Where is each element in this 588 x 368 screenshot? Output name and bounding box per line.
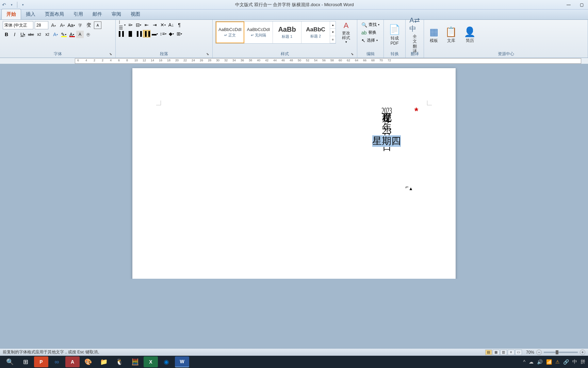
- fullscreen-reading-view[interactable]: ▦: [493, 350, 500, 355]
- find-button[interactable]: 🔍查找▾: [360, 21, 381, 28]
- task-view-button[interactable]: ⊞: [18, 356, 33, 367]
- tab-insert[interactable]: 插入: [21, 9, 40, 19]
- draft-view[interactable]: ▭: [515, 350, 522, 355]
- minimize-button[interactable]: —: [564, 1, 574, 8]
- zoom-in-button[interactable]: +: [580, 350, 585, 355]
- calculator-app[interactable]: 🧮: [128, 356, 142, 367]
- tray-expand[interactable]: ^: [523, 359, 525, 365]
- grow-font-button[interactable]: A▴: [50, 21, 57, 29]
- font-color-button[interactable]: A▾: [68, 31, 76, 38]
- vertical-text-column[interactable]: 现在是2023年3月23日星期四: [372, 106, 401, 147]
- bold-button[interactable]: B: [3, 31, 10, 38]
- change-case-button[interactable]: Aa▾: [67, 21, 75, 29]
- edge-app[interactable]: ◉: [159, 356, 174, 367]
- borders-button[interactable]: ⊞▾: [176, 30, 183, 37]
- styles-group-launcher[interactable]: ⬊: [351, 52, 356, 57]
- select-button[interactable]: ↖选择▾: [360, 37, 381, 44]
- numbering-button[interactable]: ≡▾: [127, 21, 134, 29]
- web-layout-view[interactable]: ▥: [500, 350, 507, 355]
- paragraph-group-launcher[interactable]: ⬊: [206, 52, 211, 57]
- tab-home[interactable]: 开始: [1, 9, 21, 19]
- bullets-button[interactable]: ⁝☰▾: [118, 21, 126, 29]
- baidu-app[interactable]: ∞: [50, 356, 64, 367]
- tab-references[interactable]: 引用: [69, 9, 88, 19]
- network-icon[interactable]: 📶: [546, 359, 552, 365]
- italic-button[interactable]: I: [11, 31, 18, 38]
- powerpoint-app[interactable]: P: [34, 356, 48, 367]
- selected-text[interactable]: 星期四: [372, 135, 401, 147]
- zoom-slider[interactable]: [544, 352, 578, 353]
- phonetic-guide-button[interactable]: 字: [76, 21, 84, 29]
- volume-icon[interactable]: 🔊: [537, 359, 543, 365]
- horizontal-ruler[interactable]: 6422468101214161820222426283032343638404…: [75, 58, 581, 64]
- multilevel-list-button[interactable]: ⊟▾: [135, 21, 142, 29]
- explorer-app[interactable]: 📁: [97, 356, 111, 367]
- replace-button[interactable]: ab替换: [360, 29, 381, 36]
- tab-view[interactable]: 视图: [126, 9, 145, 19]
- undo-dropdown[interactable]: [9, 2, 14, 7]
- styles-scroll-up[interactable]: ▴: [330, 21, 336, 29]
- align-left-button[interactable]: ▌▌: [118, 30, 126, 37]
- maximize-button[interactable]: ▢: [576, 1, 587, 8]
- font-group-launcher[interactable]: ⬊: [109, 52, 114, 57]
- print-layout-view[interactable]: ▤: [485, 350, 492, 355]
- undo-button[interactable]: [1, 2, 7, 7]
- char-shading-button[interactable]: A: [76, 31, 84, 38]
- style-heading1[interactable]: AaBb 标题 1: [273, 21, 301, 43]
- enclose-char-button[interactable]: A: [94, 21, 101, 29]
- enclose-button[interactable]: ㊥: [84, 31, 92, 38]
- qq-app[interactable]: 🐧: [112, 356, 127, 367]
- styles-scroll-down[interactable]: ▾: [330, 29, 336, 36]
- translate-button[interactable]: A⇄中 全文 翻译: [408, 21, 421, 48]
- character-border-button[interactable]: 变: [85, 21, 93, 29]
- access-app[interactable]: A: [65, 356, 80, 367]
- shading-button[interactable]: ◆▾: [167, 30, 175, 37]
- strikethrough-button[interactable]: abc: [27, 31, 35, 38]
- sort-button[interactable]: A↓: [167, 21, 175, 29]
- templates-button[interactable]: ▦ 模板: [427, 21, 441, 48]
- tab-mailings[interactable]: 邮件: [88, 9, 107, 19]
- search-button[interactable]: 🔍: [3, 356, 17, 367]
- show-marks-button[interactable]: ¶: [176, 21, 183, 29]
- word-app[interactable]: W: [175, 356, 189, 367]
- subscript-button[interactable]: x2: [35, 31, 43, 38]
- superscript-button[interactable]: x2: [44, 31, 51, 38]
- font-size-select[interactable]: [35, 21, 48, 29]
- zoom-thumb[interactable]: [556, 350, 558, 354]
- convert-pdf-button[interactable]: 📄 转成PDF: [387, 21, 403, 48]
- text-effects-button[interactable]: A▾: [52, 31, 59, 38]
- outline-view[interactable]: ≡: [508, 350, 514, 355]
- zoom-level[interactable]: 70%: [526, 350, 534, 355]
- justify-button[interactable]: ▐▐: [143, 30, 150, 37]
- styles-expand[interactable]: ≡: [330, 36, 336, 43]
- document-area[interactable]: * 现在是2023年3月23日星期四 ⌐▲ 01:44: [0, 64, 588, 279]
- asian-layout-button[interactable]: ✕▾: [159, 21, 167, 29]
- link-icon[interactable]: 🔗: [563, 359, 569, 365]
- tab-review[interactable]: 审阅: [107, 9, 126, 19]
- zoom-out-button[interactable]: −: [536, 350, 542, 355]
- style-no-spacing[interactable]: AaBbCcDdI ↵ 无间隔: [244, 21, 273, 43]
- page[interactable]: * 现在是2023年3月23日星期四 ⌐▲: [132, 68, 456, 279]
- highlight-button[interactable]: ✎▾: [60, 31, 67, 38]
- excel-app[interactable]: X: [144, 356, 158, 367]
- align-right-button[interactable]: ▐▐: [135, 30, 142, 37]
- tab-layout[interactable]: 页面布局: [40, 9, 69, 19]
- qat-customize[interactable]: [20, 2, 26, 7]
- onedrive-icon[interactable]: ☁: [529, 359, 534, 365]
- decrease-indent-button[interactable]: ⇤: [143, 21, 150, 29]
- library-button[interactable]: 📋 文库: [442, 21, 460, 48]
- increase-indent-button[interactable]: ⇥: [151, 21, 159, 29]
- distribute-button[interactable]: ▬▾: [151, 30, 159, 37]
- align-center-button[interactable]: ▐▌: [127, 30, 134, 37]
- underline-button[interactable]: U▾: [19, 31, 27, 38]
- font-name-select[interactable]: [3, 21, 33, 29]
- document-content[interactable]: * 现在是2023年3月23日星期四: [372, 106, 418, 147]
- style-heading2[interactable]: AaBbC 标题 2: [301, 21, 330, 43]
- line-spacing-button[interactable]: ↕≡▾: [159, 30, 167, 37]
- security-icon[interactable]: ⚠: [555, 359, 560, 365]
- shrink-font-button[interactable]: A▾: [59, 21, 66, 29]
- resume-button[interactable]: 👤 简历: [461, 21, 478, 48]
- paint-app[interactable]: 🎨: [81, 356, 95, 367]
- ime-lang[interactable]: 中: [572, 359, 577, 365]
- ime-mode[interactable]: 拼: [581, 359, 585, 365]
